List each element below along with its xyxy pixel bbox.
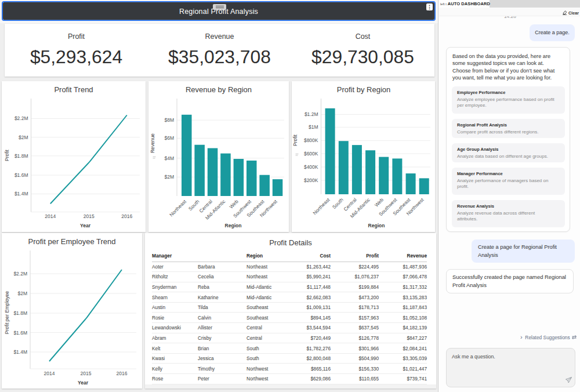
svg-text:$800K: $800K <box>304 137 318 143</box>
svg-text:Profit per Employee Trend: Profit per Employee Trend <box>28 237 115 246</box>
svg-text:$200K: $200K <box>304 177 318 183</box>
svg-text:$8M: $8M <box>164 117 174 123</box>
svg-text:$1.4M: $1.4M <box>14 191 28 197</box>
svg-text:2016: 2016 <box>117 371 128 376</box>
svg-text:Northeast: Northeast <box>311 197 331 216</box>
svg-text:Year: Year <box>78 380 89 386</box>
svg-text:2014: 2014 <box>44 371 55 376</box>
svg-text:Revenue: Revenue <box>150 133 155 153</box>
svg-text:$1M: $1M <box>309 124 318 130</box>
svg-text:Web: Web <box>228 198 240 210</box>
svg-text:$600K: $600K <box>304 151 318 157</box>
svg-text:Revenue by Region: Revenue by Region <box>186 85 252 94</box>
svg-text:Profit per Employee: Profit per Employee <box>4 291 10 334</box>
svg-text:$1.6M: $1.6M <box>13 330 27 336</box>
svg-text:$1.6M: $1.6M <box>14 172 28 178</box>
svg-text:$400K: $400K <box>304 164 318 170</box>
svg-text:2014: 2014 <box>45 213 56 219</box>
svg-text:2015: 2015 <box>81 371 92 376</box>
svg-text:2015: 2015 <box>84 213 95 219</box>
svg-text:$2.2M: $2.2M <box>13 271 27 277</box>
svg-text:Profit: Profit <box>292 134 298 146</box>
svg-text:Web: Web <box>374 197 385 208</box>
svg-text:Profit Trend: Profit Trend <box>54 85 93 94</box>
svg-text:Profit: Profit <box>4 149 10 161</box>
svg-text:Northeast: Northeast <box>168 198 188 218</box>
svg-text:$2M: $2M <box>19 135 28 140</box>
svg-text:Region: Region <box>225 223 242 228</box>
svg-text:$2M: $2M <box>164 174 174 180</box>
svg-text:Profit by Region: Profit by Region <box>337 85 391 94</box>
svg-text:$1.8M: $1.8M <box>14 153 28 159</box>
svg-text:$6M: $6M <box>164 135 174 141</box>
svg-text:$4M: $4M <box>164 155 174 161</box>
svg-text:$1.2M: $1.2M <box>304 111 318 117</box>
svg-text:$1.8M: $1.8M <box>13 310 27 316</box>
svg-text:$2M: $2M <box>17 291 27 296</box>
svg-text:2016: 2016 <box>121 213 132 219</box>
svg-text:$2.2M: $2.2M <box>14 115 28 121</box>
svg-text:Region: Region <box>368 223 385 228</box>
svg-text:Year: Year <box>80 223 91 228</box>
svg-text:$1.4M: $1.4M <box>13 349 27 355</box>
